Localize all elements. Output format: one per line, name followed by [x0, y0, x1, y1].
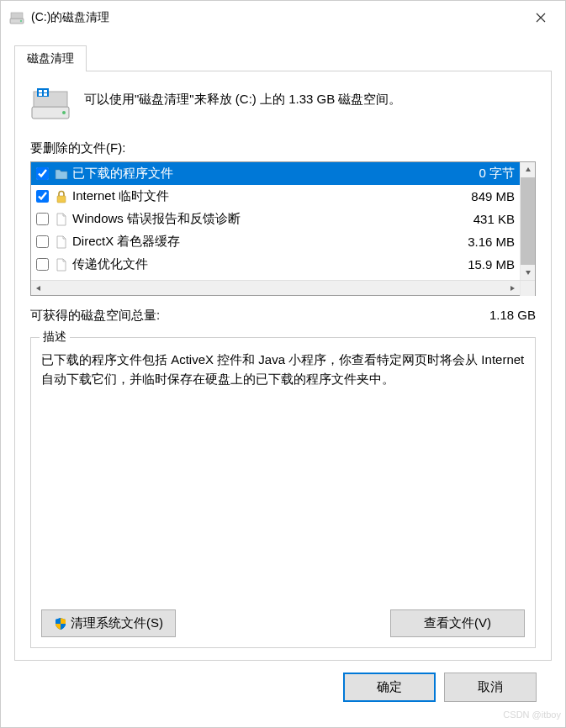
files-label: 要删除的文件(F):: [30, 140, 536, 156]
svg-rect-1: [11, 13, 23, 18]
total-value: 1.18 GB: [489, 308, 536, 324]
scroll-down-icon[interactable]: [521, 265, 536, 280]
file-row[interactable]: DirectX 着色器缓存3.16 MB: [31, 230, 520, 253]
file-checkbox[interactable]: [36, 235, 49, 248]
tab-disk-cleanup[interactable]: 磁盘清理: [14, 45, 87, 71]
vertical-scrollbar[interactable]: [520, 162, 535, 280]
svg-rect-6: [39, 90, 42, 92]
drive-large-icon: [30, 87, 71, 122]
clean-system-label: 清理系统文件(S): [71, 615, 163, 631]
file-row[interactable]: Windows 错误报告和反馈诊断431 KB: [31, 208, 520, 230]
total-row: 可获得的磁盘空间总量: 1.18 GB: [30, 308, 536, 324]
cancel-button[interactable]: 取消: [444, 673, 537, 702]
file-checkbox[interactable]: [36, 213, 49, 225]
scroll-left-icon[interactable]: [31, 281, 46, 296]
svg-rect-9: [44, 93, 47, 96]
svg-rect-7: [44, 90, 47, 92]
file-name: 传递优化文件: [72, 256, 464, 272]
file-name: 已下载的程序文件: [72, 166, 475, 182]
file-row[interactable]: Internet 临时文件849 MB: [31, 185, 520, 208]
drive-small-icon: [9, 10, 24, 25]
description-buttons: 清理系统文件(S) 查看文件(V): [41, 599, 525, 637]
svg-rect-11: [57, 196, 66, 203]
svg-point-10: [62, 111, 66, 114]
tab-panel: 可以使用"磁盘清理"来释放 (C:) 上的 1.33 GB 磁盘空间。 要删除的…: [14, 71, 552, 661]
dialog-footer: 确定 取消: [14, 661, 552, 717]
dialog-window: (C:)的磁盘清理 磁盘清理: [0, 0, 566, 728]
file-icon: [54, 212, 69, 227]
shield-icon: [54, 617, 67, 630]
content-area: 磁盘清理 可以使用"磁盘清理"来释放: [1, 34, 565, 727]
file-size: 3.16 MB: [468, 235, 516, 249]
scroll-up-icon[interactable]: [521, 162, 536, 177]
file-checkbox[interactable]: [36, 167, 49, 180]
close-button[interactable]: [523, 5, 558, 30]
file-name: Windows 错误报告和反馈诊断: [72, 211, 470, 227]
total-label: 可获得的磁盘空间总量:: [30, 308, 160, 324]
window-title: (C:)的磁盘清理: [31, 10, 523, 25]
file-size: 849 MB: [471, 189, 516, 203]
titlebar: (C:)的磁盘清理: [1, 1, 565, 34]
file-icon: [54, 257, 69, 272]
file-checkbox[interactable]: [36, 258, 49, 271]
file-size: 0 字节: [479, 166, 516, 182]
file-list-rows: 已下载的程序文件0 字节Internet 临时文件849 MBWindows 错…: [31, 162, 520, 280]
file-name: DirectX 着色器缓存: [72, 234, 464, 250]
view-files-label: 查看文件(V): [424, 615, 491, 631]
file-size: 431 KB: [473, 212, 516, 226]
ok-button[interactable]: 确定: [343, 673, 436, 702]
scroll-thumb-v[interactable]: [521, 177, 535, 265]
svg-point-2: [20, 20, 22, 22]
clean-system-files-button[interactable]: 清理系统文件(S): [41, 609, 176, 637]
file-name: Internet 临时文件: [72, 188, 468, 204]
description-text: 已下载的程序文件包括 ActiveX 控件和 Java 小程序，你查看特定网页时…: [41, 350, 525, 389]
close-icon: [536, 13, 546, 23]
horizontal-scrollbar[interactable]: [31, 280, 535, 295]
scroll-corner: [520, 281, 535, 296]
description-groupbox: 描述 已下载的程序文件包括 ActiveX 控件和 Java 小程序，你查看特定…: [30, 337, 536, 648]
svg-rect-8: [39, 93, 42, 96]
view-files-button[interactable]: 查看文件(V): [390, 609, 525, 637]
file-row[interactable]: 传递优化文件15.9 MB: [31, 253, 520, 276]
file-size: 15.9 MB: [468, 257, 516, 272]
folder-icon: [54, 166, 69, 182]
intro-text: 可以使用"磁盘清理"来释放 (C:) 上的 1.33 GB 磁盘空间。: [84, 87, 401, 108]
lock-icon: [54, 189, 69, 204]
file-row[interactable]: 已下载的程序文件0 字节: [31, 162, 520, 185]
file-list: 已下载的程序文件0 字节Internet 临时文件849 MBWindows 错…: [30, 161, 536, 296]
tab-bar: 磁盘清理: [14, 45, 552, 71]
scroll-right-icon[interactable]: [505, 281, 520, 296]
file-checkbox[interactable]: [36, 190, 49, 203]
intro-row: 可以使用"磁盘清理"来释放 (C:) 上的 1.33 GB 磁盘空间。: [30, 87, 536, 122]
description-legend: 描述: [40, 330, 70, 345]
file-icon: [54, 235, 69, 250]
